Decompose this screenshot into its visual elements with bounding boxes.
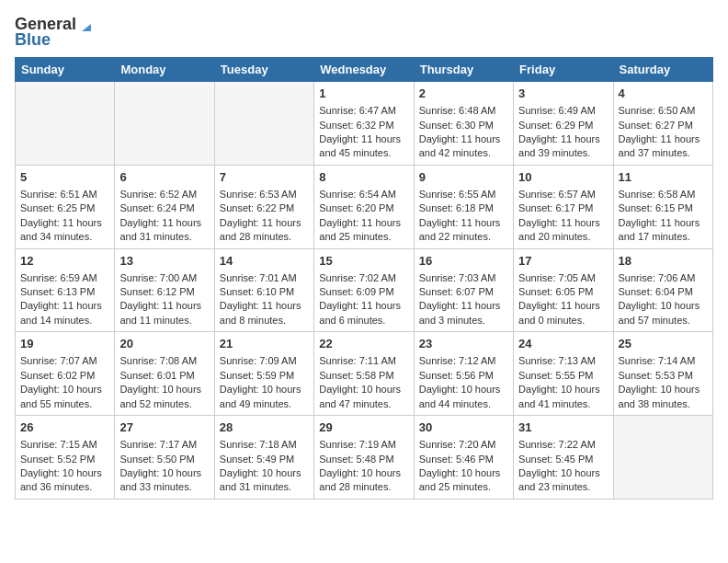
- day-number: 11: [619, 169, 708, 186]
- calendar-week-row: 26Sunrise: 7:15 AMSunset: 5:52 PMDayligh…: [16, 416, 713, 500]
- day-number: 20: [119, 336, 209, 352]
- page-header: General Blue: [15, 15, 713, 50]
- sunset-info: Sunset: 5:46 PM: [419, 453, 508, 466]
- calendar-cell: 4Sunrise: 6:50 AMSunset: 6:27 PMDaylight…: [613, 82, 712, 166]
- sunrise-info: Sunrise: 7:18 AM: [220, 438, 309, 452]
- sunset-info: Sunset: 6:17 PM: [518, 201, 608, 215]
- sunset-info: Sunset: 5:50 PM: [119, 453, 209, 466]
- daylight-info: Daylight: 10 hours and 31 minutes.: [220, 466, 309, 495]
- calendar-cell: 31Sunrise: 7:22 AMSunset: 5:45 PMDayligh…: [514, 416, 613, 500]
- daylight-info: Daylight: 11 hours and 0 minutes.: [518, 299, 608, 327]
- daylight-info: Daylight: 11 hours and 45 minutes.: [319, 132, 408, 161]
- daylight-info: Daylight: 10 hours and 33 minutes.: [119, 466, 209, 495]
- daylight-info: Daylight: 10 hours and 41 minutes.: [518, 383, 608, 411]
- day-number: 1: [319, 86, 408, 102]
- sunset-info: Sunset: 5:49 PM: [220, 453, 309, 466]
- sunrise-info: Sunrise: 7:08 AM: [119, 354, 209, 368]
- daylight-info: Daylight: 10 hours and 23 minutes.: [518, 466, 608, 495]
- day-number: 6: [119, 169, 209, 186]
- sunrise-info: Sunrise: 6:58 AM: [619, 188, 708, 201]
- calendar-week-row: 1Sunrise: 6:47 AMSunset: 6:32 PMDaylight…: [16, 82, 713, 166]
- logo: General Blue: [15, 15, 97, 50]
- sunset-info: Sunset: 6:30 PM: [419, 119, 508, 132]
- sunset-info: Sunset: 6:22 PM: [220, 201, 309, 215]
- daylight-info: Daylight: 11 hours and 3 minutes.: [419, 299, 508, 327]
- calendar-cell: 2Sunrise: 6:48 AMSunset: 6:30 PMDaylight…: [414, 82, 513, 166]
- weekday-header-cell: Saturday: [613, 58, 712, 82]
- sunrise-info: Sunrise: 6:52 AM: [119, 188, 209, 201]
- svg-marker-0: [82, 24, 91, 31]
- calendar-cell: 12Sunrise: 6:59 AMSunset: 6:13 PMDayligh…: [16, 248, 115, 332]
- sunrise-info: Sunrise: 7:14 AM: [619, 354, 708, 368]
- calendar-cell: 23Sunrise: 7:12 AMSunset: 5:56 PMDayligh…: [414, 332, 513, 416]
- day-number: 4: [619, 86, 708, 102]
- day-number: 26: [20, 419, 109, 436]
- sunset-info: Sunset: 6:01 PM: [119, 369, 209, 383]
- daylight-info: Daylight: 11 hours and 22 minutes.: [419, 216, 508, 245]
- daylight-info: Daylight: 11 hours and 11 minutes.: [119, 299, 209, 327]
- calendar-cell: [613, 416, 712, 500]
- sunset-info: Sunset: 6:04 PM: [619, 285, 708, 299]
- logo-arrow-icon: [78, 17, 95, 33]
- calendar: SundayMondayTuesdayWednesdayThursdayFrid…: [15, 57, 713, 500]
- calendar-cell: 6Sunrise: 6:52 AMSunset: 6:24 PMDaylight…: [115, 165, 214, 248]
- day-number: 22: [319, 336, 408, 352]
- sunset-info: Sunset: 5:58 PM: [319, 369, 408, 383]
- weekday-header-cell: Sunday: [16, 58, 115, 82]
- calendar-cell: 28Sunrise: 7:18 AMSunset: 5:49 PMDayligh…: [214, 416, 313, 500]
- sunset-info: Sunset: 5:56 PM: [419, 369, 508, 383]
- day-number: 9: [419, 169, 508, 186]
- weekday-header-cell: Friday: [514, 58, 613, 82]
- daylight-info: Daylight: 11 hours and 39 minutes.: [518, 132, 608, 161]
- sunset-info: Sunset: 6:15 PM: [619, 201, 708, 215]
- sunrise-info: Sunrise: 7:11 AM: [319, 354, 408, 368]
- weekday-header-cell: Tuesday: [214, 58, 313, 82]
- calendar-cell: 11Sunrise: 6:58 AMSunset: 6:15 PMDayligh…: [613, 165, 712, 248]
- day-number: 29: [319, 419, 408, 436]
- sunrise-info: Sunrise: 7:01 AM: [220, 271, 309, 285]
- sunrise-info: Sunrise: 6:48 AM: [419, 104, 508, 118]
- calendar-week-row: 19Sunrise: 7:07 AMSunset: 6:02 PMDayligh…: [16, 332, 713, 416]
- daylight-info: Daylight: 10 hours and 57 minutes.: [619, 299, 708, 327]
- day-number: 25: [619, 336, 708, 352]
- calendar-cell: 13Sunrise: 7:00 AMSunset: 6:12 PMDayligh…: [115, 248, 214, 332]
- weekday-header-cell: Wednesday: [314, 58, 414, 82]
- calendar-cell: 18Sunrise: 7:06 AMSunset: 6:04 PMDayligh…: [613, 248, 712, 332]
- calendar-cell: 21Sunrise: 7:09 AMSunset: 5:59 PMDayligh…: [214, 332, 313, 416]
- sunset-info: Sunset: 6:05 PM: [518, 285, 608, 299]
- weekday-header-cell: Monday: [115, 58, 214, 82]
- daylight-info: Daylight: 11 hours and 25 minutes.: [319, 216, 408, 245]
- calendar-cell: 17Sunrise: 7:05 AMSunset: 6:05 PMDayligh…: [514, 248, 613, 332]
- sunrise-info: Sunrise: 7:00 AM: [119, 271, 209, 285]
- daylight-info: Daylight: 11 hours and 31 minutes.: [119, 216, 209, 245]
- day-number: 7: [220, 169, 309, 186]
- calendar-cell: 22Sunrise: 7:11 AMSunset: 5:58 PMDayligh…: [314, 332, 414, 416]
- calendar-cell: 16Sunrise: 7:03 AMSunset: 6:07 PMDayligh…: [414, 248, 513, 332]
- day-number: 3: [518, 86, 608, 102]
- calendar-cell: 29Sunrise: 7:19 AMSunset: 5:48 PMDayligh…: [314, 416, 414, 500]
- day-number: 8: [319, 169, 408, 186]
- sunrise-info: Sunrise: 6:51 AM: [20, 188, 109, 201]
- day-number: 19: [20, 336, 109, 352]
- calendar-cell: 19Sunrise: 7:07 AMSunset: 6:02 PMDayligh…: [16, 332, 115, 416]
- calendar-cell: 1Sunrise: 6:47 AMSunset: 6:32 PMDaylight…: [314, 82, 414, 166]
- day-number: 17: [518, 253, 608, 270]
- calendar-cell: 14Sunrise: 7:01 AMSunset: 6:10 PMDayligh…: [214, 248, 313, 332]
- sunset-info: Sunset: 6:07 PM: [419, 285, 508, 299]
- sunrise-info: Sunrise: 7:13 AM: [518, 354, 608, 368]
- sunset-info: Sunset: 6:13 PM: [20, 285, 109, 299]
- sunset-info: Sunset: 5:59 PM: [220, 369, 309, 383]
- sunrise-info: Sunrise: 6:59 AM: [20, 271, 109, 285]
- calendar-cell: 25Sunrise: 7:14 AMSunset: 5:53 PMDayligh…: [613, 332, 712, 416]
- day-number: 12: [20, 253, 109, 270]
- daylight-info: Daylight: 11 hours and 17 minutes.: [619, 216, 708, 245]
- weekday-header-cell: Thursday: [414, 58, 513, 82]
- daylight-info: Daylight: 11 hours and 37 minutes.: [619, 132, 708, 161]
- sunset-info: Sunset: 5:55 PM: [518, 369, 608, 383]
- calendar-cell: 3Sunrise: 6:49 AMSunset: 6:29 PMDaylight…: [514, 82, 613, 166]
- daylight-info: Daylight: 11 hours and 20 minutes.: [518, 216, 608, 245]
- sunset-info: Sunset: 5:53 PM: [619, 369, 708, 383]
- sunrise-info: Sunrise: 6:49 AM: [518, 104, 608, 118]
- sunrise-info: Sunrise: 6:54 AM: [319, 188, 408, 201]
- sunset-info: Sunset: 6:32 PM: [319, 119, 408, 132]
